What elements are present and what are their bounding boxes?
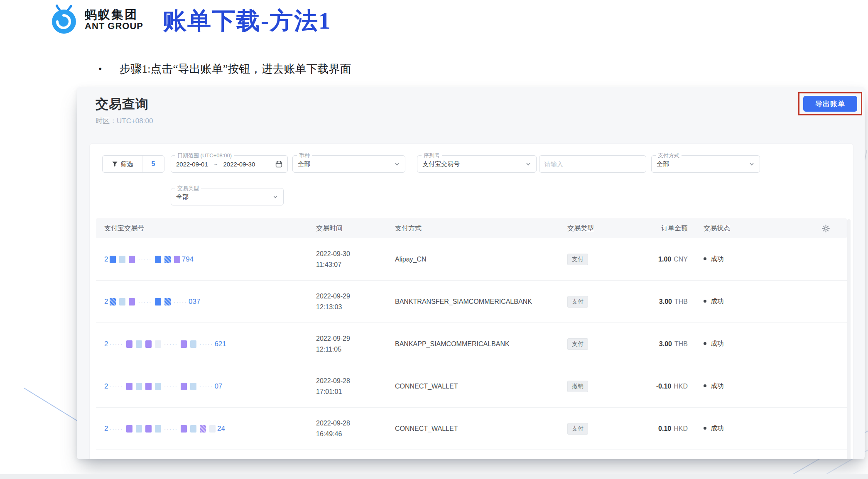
txn-clock: 12:11:05 [316, 344, 395, 355]
trade-type-select[interactable]: 交易类型 全部 [171, 188, 284, 205]
status-text: 成功 [711, 425, 724, 432]
col-header-time[interactable]: 交易时间 [316, 224, 395, 233]
txn-clock: 16:49:46 [316, 429, 395, 440]
status-dot-icon [704, 300, 706, 303]
table-row: 2 ··············· 621 2022-09-29 12:11:0… [96, 323, 847, 365]
txn-amount-value: 0.10 [658, 425, 671, 432]
status-text: 成功 [711, 298, 724, 305]
table-row: 2 ····· 794 2022-09-30 11:43:07 Alipay_C… [96, 238, 847, 281]
redaction-dots: ····· [138, 298, 152, 305]
trade-type-label: 交易类型 [175, 185, 201, 192]
export-bill-button[interactable]: 导出账单 [803, 96, 857, 112]
serial-value: 支付宝交易号 [422, 160, 460, 168]
redaction-square [190, 383, 196, 390]
txn-id-prefix: 2 [104, 340, 108, 348]
txn-id-link[interactable]: 2 ····· 794 [104, 255, 316, 264]
redaction-square [136, 383, 142, 390]
serial-type-select[interactable]: 序列号 支付宝交易号 [417, 155, 537, 173]
status-text: 成功 [711, 382, 724, 389]
txn-status: 成功 [688, 382, 792, 391]
slide-bottom-band [0, 474, 868, 479]
bullet-dot: • [98, 61, 102, 76]
date-range-label: 日期范围 (UTC+08:00) [175, 152, 234, 159]
txn-amount-currency: HKD [674, 383, 688, 390]
currency-select[interactable]: 币种 全部 [292, 155, 405, 173]
redaction-square [126, 425, 132, 433]
txn-id-mosaic: ··············· [108, 340, 214, 348]
timezone-value: UTC+08:00 [117, 117, 153, 125]
col-header-status[interactable]: 交易状态 [688, 224, 792, 233]
page-title: 交易查询 [96, 95, 149, 113]
payment-method-label: 支付方式 [656, 152, 682, 159]
brand-name-cn: 蚂蚁集团 [85, 8, 143, 21]
redaction-square [190, 340, 196, 348]
txn-id-link[interactable]: 2 ·········· 24 [104, 425, 316, 433]
step-bullet: • 步骤1:点击“导出账单”按钮，进去账单下载界面 [98, 61, 351, 76]
txn-method: BANKTRANSFER_SIAMCOMMERICALBANK [395, 298, 567, 305]
txn-time: 2022-09-29 12:13:03 [316, 291, 395, 313]
txn-amount: 3.00THB [659, 298, 688, 305]
col-header-amount[interactable]: 订单金额 [661, 224, 688, 233]
filter-button-group: 筛选 5 [102, 155, 164, 173]
trade-type-value: 全部 [176, 193, 189, 201]
txn-type-tag: 撤销 [567, 381, 588, 392]
status-text: 成功 [711, 340, 724, 347]
txn-time: 2022-09-28 17:01:01 [316, 376, 395, 397]
table-row: 2 ·········· 24 2022-09-28 16:49:46 CONN… [96, 408, 847, 450]
txn-type-tag: 支付 [567, 254, 588, 265]
redaction-square [164, 298, 171, 305]
txn-status: 成功 [688, 297, 792, 306]
redaction-square [190, 425, 196, 433]
status-dot-icon [704, 384, 706, 387]
txn-status: 成功 [688, 424, 792, 433]
redaction-square [155, 383, 161, 390]
txn-type-tag: 支付 [567, 338, 588, 350]
txn-id-link[interactable]: 2 ··············· 07 [104, 382, 316, 391]
timezone-label: 时区： [96, 117, 117, 125]
currency-value: 全部 [298, 160, 310, 168]
txn-type-tag: 支付 [567, 296, 588, 308]
txn-time: 2022-09-28 16:49:46 [316, 418, 395, 440]
redaction-square [145, 425, 152, 433]
txn-method: Alipay_CN [395, 256, 567, 263]
redaction-square [119, 256, 125, 263]
date-start: 2022-09-01 [176, 161, 208, 168]
txn-id-suffix: 07 [214, 382, 222, 391]
txn-date: 2022-09-28 [316, 376, 395, 386]
txn-id-mosaic: ····· [108, 256, 181, 263]
col-header-method[interactable]: 支付方式 [395, 224, 567, 233]
redaction-square [155, 256, 161, 263]
serial-input[interactable] [544, 161, 641, 168]
table-body: 2 ····· 794 2022-09-30 11:43:07 Alipay_C… [96, 238, 847, 450]
payment-method-select[interactable]: 支付方式 全部 [651, 155, 760, 173]
table-row: 2 ··············· 07 2022-09-28 17:01:01… [96, 365, 847, 408]
col-header-txn-id[interactable]: 支付宝交易号 [104, 224, 316, 233]
txn-id-suffix: 24 [217, 425, 225, 433]
txn-amount-value: 1.00 [658, 256, 671, 263]
txn-amount-value: -0.10 [656, 383, 671, 390]
transactions-table: 支付宝交易号 交易时间 支付方式 交易类型 订单金额 交易状态 [96, 218, 847, 450]
chevron-down-icon [749, 161, 755, 167]
redaction-square [110, 298, 116, 305]
col-header-type[interactable]: 交易类型 [567, 224, 638, 233]
redaction-dots: ····· [109, 383, 123, 390]
txn-amount-value: 3.00 [659, 340, 672, 347]
txn-clock: 11:43:07 [316, 259, 395, 270]
txn-date: 2022-09-30 [316, 249, 395, 259]
txn-status: 成功 [688, 255, 792, 264]
txn-id-mosaic: ··············· [108, 383, 214, 390]
txn-id-link[interactable]: 2 ·········· 037 [104, 298, 316, 306]
redaction-square [126, 340, 132, 348]
timezone-line: 时区：UTC+08:00 [96, 116, 153, 126]
txn-id-link[interactable]: 2 ··············· 621 [104, 340, 316, 348]
redaction-square [200, 425, 206, 433]
redaction-square [136, 425, 142, 433]
scrollbar-track[interactable] [847, 219, 851, 459]
filter-count-badge[interactable]: 5 [142, 156, 164, 172]
redaction-dots: ····· [109, 341, 123, 347]
redaction-square [181, 340, 187, 348]
txn-id-prefix: 2 [104, 425, 108, 433]
date-range-field[interactable]: 日期范围 (UTC+08:00) 2022-09-01 ~ 2022-09-30 [171, 155, 288, 173]
filter-button[interactable]: 筛选 [103, 156, 142, 172]
gear-icon[interactable] [822, 225, 830, 232]
